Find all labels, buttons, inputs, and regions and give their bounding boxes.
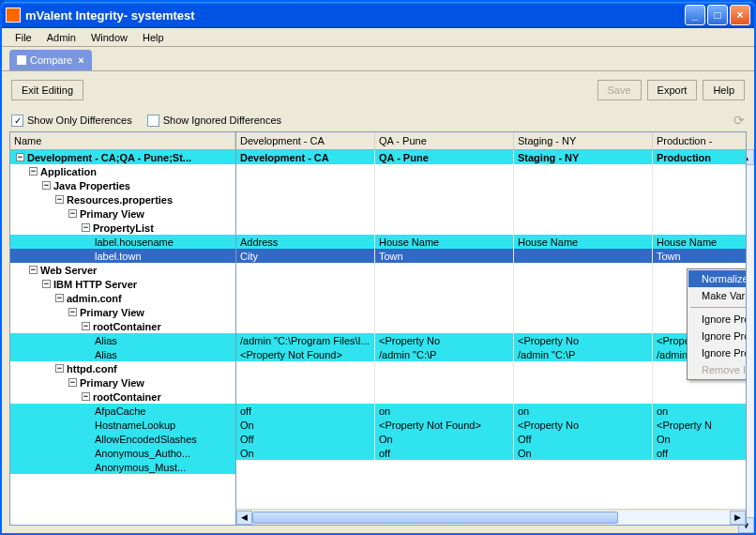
tree-row[interactable]: −Application (10, 164, 235, 178)
menu-help[interactable]: Help (135, 30, 172, 45)
scroll-left-icon[interactable]: ◀ (236, 511, 252, 525)
tree-expander-icon[interactable]: − (82, 322, 90, 330)
menu-window[interactable]: Window (83, 30, 135, 45)
tree-row[interactable]: −httpd.conf (10, 361, 235, 375)
tree-row[interactable]: label.housename (10, 235, 235, 249)
tab-close-icon[interactable]: × (78, 54, 83, 66)
tree-label: Alias (95, 335, 117, 346)
tree-header[interactable]: Name (10, 132, 235, 150)
tree-expander-icon[interactable]: − (55, 195, 64, 204)
scroll-thumb[interactable] (252, 512, 618, 524)
tree-expander-icon[interactable]: − (68, 308, 77, 316)
tree-expander-icon[interactable]: − (29, 266, 38, 274)
grid-row[interactable] (236, 221, 746, 235)
tab-strip: Compare × (2, 47, 754, 71)
tab-compare[interactable]: Compare × (9, 50, 92, 70)
menu-admin[interactable]: Admin (39, 30, 83, 45)
grid-row[interactable] (236, 319, 746, 333)
grid-row[interactable] (236, 192, 746, 206)
show-only-diff-checkbox[interactable]: ✓ Show Only Differences (11, 115, 132, 127)
close-button[interactable]: × (730, 5, 750, 25)
tree-row[interactable]: −PropertyList (10, 221, 235, 235)
grid-cell (514, 390, 653, 404)
grid-cell: <Property No (514, 333, 653, 347)
export-button[interactable]: Export (647, 80, 698, 100)
grid-cell (236, 206, 375, 221)
grid-row[interactable]: offononon (236, 404, 746, 418)
window-title: mValent Integrity- systemtest (25, 8, 685, 23)
tree-expander-icon[interactable]: − (42, 280, 51, 288)
grid-row[interactable]: AddressHouse NameHouse NameHouse Name (236, 235, 746, 249)
grid-row[interactable]: <Property Not Found>/admin "C:\P/admin "… (236, 347, 746, 361)
grid-column-header[interactable]: QA - Pune (375, 132, 514, 150)
tree-panel: Name −Development - CA;QA - Pune;St...−A… (9, 131, 236, 526)
tree-expander-icon[interactable]: − (82, 392, 90, 401)
grid-row[interactable] (236, 263, 746, 277)
grid-row[interactable] (236, 375, 746, 390)
scroll-right-icon[interactable]: ▶ (730, 511, 746, 525)
tree-expander-icon[interactable]: − (29, 167, 38, 176)
grid-row[interactable]: On<Property Not Found><Property No<Prope… (236, 418, 746, 432)
grid-row[interactable]: OffOnOffOn (236, 432, 746, 446)
tree-row[interactable]: Alias (10, 347, 235, 361)
grid-row[interactable] (236, 305, 746, 319)
grid-row[interactable] (236, 291, 746, 305)
grid-row[interactable] (236, 164, 746, 178)
tree-expander-icon[interactable]: − (42, 181, 51, 190)
tree-row[interactable]: −Java Properties (10, 178, 235, 192)
show-ignored-checkbox[interactable]: Show Ignored Differences (147, 115, 281, 127)
tree-expander-icon[interactable]: − (82, 223, 90, 232)
grid-cell (375, 375, 514, 390)
context-menu-item[interactable]: Ignore Property (At Configuration Level) (688, 311, 747, 328)
maximize-button[interactable]: □ (707, 5, 728, 25)
grid-hscrollbar[interactable]: ◀ ▶ (236, 509, 746, 525)
tree-expander-icon[interactable]: − (16, 153, 24, 161)
minimize-button[interactable]: _ (685, 5, 705, 25)
tree-row[interactable]: −rootContainer (10, 319, 235, 333)
help-button[interactable]: Help (703, 80, 745, 100)
scroll-track[interactable] (252, 511, 730, 525)
exit-editing-button[interactable]: Exit Editing (11, 80, 83, 100)
tree-row[interactable]: −Web Server (10, 263, 235, 277)
grid-cell (375, 291, 514, 305)
grid-column-header[interactable]: Staging - NY (514, 132, 653, 150)
tree-row[interactable]: HostnameLookup (10, 418, 235, 432)
context-menu-item[interactable]: Ignore Property For This Session (688, 344, 747, 361)
context-menu-item[interactable]: Ignore Property (At Asset Level) (688, 328, 747, 344)
tree-row[interactable]: Anonymous_Must... (10, 460, 235, 474)
refresh-icon[interactable]: ⟳ (733, 113, 745, 128)
tree-row[interactable]: −Development - CA;QA - Pune;St... (10, 150, 235, 164)
tree-row[interactable]: −Primary View (10, 206, 235, 221)
context-menu-item[interactable]: Normalize Property Row... (688, 270, 747, 287)
tree-row[interactable]: Alias (10, 333, 235, 347)
grid-row[interactable]: Development - CAQA - PuneStaging - NYPro… (236, 150, 746, 164)
tree-expander-icon[interactable]: − (68, 209, 77, 218)
tree-row[interactable]: −admin.conf (10, 291, 235, 305)
tree-row[interactable]: AllowEncodedSlashes (10, 432, 235, 446)
tree-expander-icon[interactable]: − (55, 294, 64, 302)
grid-row[interactable] (236, 361, 746, 375)
grid-row[interactable] (236, 206, 746, 221)
tree-expander-icon[interactable]: − (68, 378, 77, 387)
tree-row[interactable]: AfpaCache (10, 404, 235, 418)
tree-row[interactable]: −Resources.properties (10, 192, 235, 206)
tree-row[interactable]: label.town (10, 249, 235, 263)
grid-column-header[interactable]: Production - (653, 132, 747, 150)
grid-column-header[interactable]: Development - CA (236, 132, 375, 150)
grid-cell: On (653, 432, 746, 446)
tree-label: rootContainer (93, 391, 161, 403)
tree-row[interactable]: −Primary View (10, 375, 235, 390)
grid-row[interactable]: OnoffOnoff (236, 446, 746, 460)
tree-row[interactable]: Anonymous_Autho... (10, 446, 235, 460)
tree-expander-icon[interactable]: − (55, 364, 64, 373)
menu-file[interactable]: File (8, 30, 39, 45)
grid-row[interactable]: CityTownTown (236, 249, 746, 263)
grid-row[interactable] (236, 277, 746, 291)
grid-row[interactable]: /admin "C:\Program Files\I...<Property N… (236, 333, 746, 347)
tree-row[interactable]: −rootContainer (10, 390, 235, 404)
grid-row[interactable] (236, 178, 746, 192)
grid-row[interactable] (236, 390, 746, 404)
tree-row[interactable]: −Primary View (10, 305, 235, 319)
tree-row[interactable]: −IBM HTTP Server (10, 277, 235, 291)
context-menu-item[interactable]: Make Variable... (688, 287, 747, 304)
